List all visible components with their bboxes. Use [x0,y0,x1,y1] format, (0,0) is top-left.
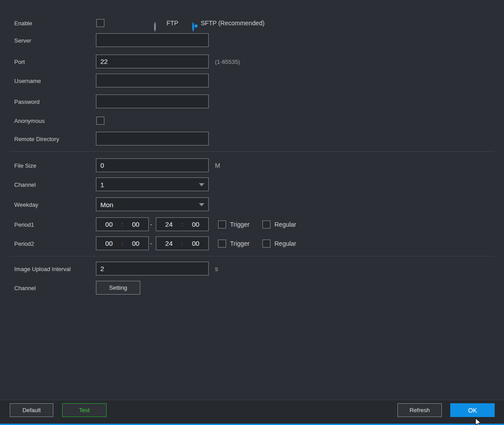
image-upload-interval-row: Image Upload Interval s [0,262,504,275]
enable-checkbox[interactable] [96,19,104,27]
period1-end-time[interactable]: 24 : 00 [156,217,209,231]
server-input[interactable] [96,33,209,47]
period2-end-min[interactable]: 00 [192,240,199,247]
username-input[interactable] [96,74,209,87]
anonymous-row: Anonymous [0,114,504,127]
period2-trigger-label: Trigger [230,240,250,247]
period2-regular-label: Regular [274,240,296,247]
time-colon: : [122,221,123,228]
period2-end-time[interactable]: 24 : 00 [156,236,209,250]
section-divider [10,151,494,152]
refresh-button[interactable]: Refresh [397,403,442,417]
file-size-input[interactable] [96,158,209,172]
default-button[interactable]: Default [10,403,53,417]
channel-select[interactable]: 1 [96,177,209,191]
anonymous-label: Anonymous [14,117,45,124]
channel-setting-row: Channel Setting [0,281,504,295]
port-row: Port (1-65535) [0,55,504,68]
ok-button[interactable]: OK [450,403,495,417]
username-row: Username [0,74,504,87]
weekday-select-value: Mon [100,201,113,208]
anonymous-checkbox[interactable] [96,117,104,125]
weekday-label: Weekday [14,201,38,208]
period2-regular-checkbox[interactable] [262,240,270,248]
period1-range-dash: - [150,221,152,228]
image-upload-interval-input[interactable] [96,262,209,275]
period1-regular-label: Regular [274,221,296,228]
remote-directory-label: Remote Directory [14,135,59,142]
weekday-row: Weekday Mon [0,197,504,211]
period2-trigger-checkbox[interactable] [218,240,226,248]
period1-label: Period1 [14,221,34,228]
channel-select-value: 1 [100,181,104,188]
image-upload-interval-label: Image Upload Interval [14,265,71,272]
channel-setting-label: Channel [14,284,36,291]
chevron-down-icon [199,203,204,206]
enable-row: Enable FTP SFTP (Recommended) [0,16,504,30]
ftp-radio[interactable] [154,22,156,31]
period2-row: Period2 00 : 00 - 24 : 00 Trigger Regula… [0,236,504,250]
period1-trigger-checkbox[interactable] [218,220,226,228]
period2-label: Period2 [14,240,34,247]
channel-setting-button[interactable]: Setting [96,281,140,295]
period1-start-time[interactable]: 00 : 00 [96,217,149,231]
period2-start-min[interactable]: 00 [132,240,139,247]
port-range-hint: (1-65535) [215,58,240,65]
chevron-down-icon [199,183,204,186]
file-size-unit: M [215,162,220,169]
section-divider [10,256,494,256]
test-button[interactable]: Test [62,403,107,417]
time-colon: : [122,240,123,247]
channel-label: Channel [14,181,36,188]
enable-label: Enable [14,20,32,26]
image-upload-interval-unit: s [215,265,218,272]
remote-directory-row: Remote Directory [0,132,504,146]
username-label: Username [14,77,41,84]
footer-bar: Default Test Refresh OK [0,400,504,424]
ftp-radio-label[interactable]: FTP [167,20,178,27]
period1-regular-checkbox[interactable] [262,220,270,228]
period1-end-min[interactable]: 00 [192,220,199,228]
port-label: Port [14,58,25,65]
time-colon: : [182,221,183,228]
period2-range-dash: - [150,240,152,247]
port-input[interactable] [96,55,209,68]
sftp-settings-page: Enable FTP SFTP (Recommended) Server Por… [0,0,504,425]
period2-end-hour[interactable]: 24 [165,240,173,247]
file-size-row: File Size M [0,158,504,172]
password-row: Password [0,94,504,108]
period1-end-hour[interactable]: 24 [165,220,173,228]
sftp-radio-label[interactable]: SFTP (Recommended) [201,20,265,27]
period1-start-min[interactable]: 00 [132,220,139,228]
password-label: Password [14,98,40,105]
weekday-select[interactable]: Mon [96,197,209,211]
server-label: Server [14,37,31,43]
period2-start-time[interactable]: 00 : 00 [96,236,149,250]
password-input[interactable] [96,94,209,108]
period1-row: Period1 00 : 00 - 24 : 00 Trigger Regula… [0,217,504,231]
period1-trigger-label: Trigger [230,221,250,228]
server-row: Server [0,33,504,47]
time-colon: : [182,240,183,247]
channel-row: Channel 1 [0,177,504,191]
file-size-label: File Size [14,162,36,169]
period1-start-hour[interactable]: 00 [105,220,113,228]
period2-start-hour[interactable]: 00 [105,240,113,247]
sftp-radio[interactable] [192,22,194,31]
remote-directory-input[interactable] [96,132,209,146]
